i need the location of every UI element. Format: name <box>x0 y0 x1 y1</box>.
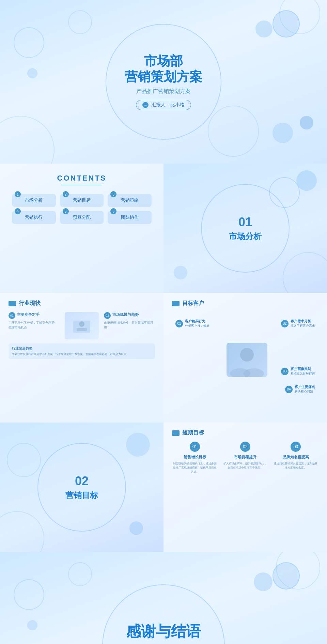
col2-text: 市场规模持续增长，新兴领域不断涌现 <box>104 321 155 330</box>
target-header-title: 短期目标 <box>182 429 204 436</box>
customer-content: 01 客户购买行为 分析客户行为偏好 02 客户需求分析 深入了解客户需求 03… <box>172 312 318 408</box>
item-num-6: 6 <box>110 208 116 214</box>
target-num-1: 01 <box>190 442 200 452</box>
contents-item-6: 6 团队协作 <box>108 211 152 224</box>
section02-num: 02 <box>75 474 89 488</box>
contents-item-5: 5 预算分配 <box>60 211 104 224</box>
target-header: 短期目标 <box>172 429 318 436</box>
slide-analysis-row: 行业现状 01 主要竞争对手 主要竞争对手分析，了解竞争态势，把握市场机会 0 <box>0 293 327 423</box>
industry-image <box>65 312 99 339</box>
target-item-1: 01 销售增长目标 制定明确的销售增长计划，通过多渠道推广实现业绩突破，确保季度… <box>172 442 217 474</box>
contents-item-4: 4 营销执行 <box>12 211 56 224</box>
reporter-label: 汇报人：比小格 <box>151 102 185 108</box>
item-num-4: 4 <box>15 208 21 214</box>
contents-item-2: 2 营销目标 <box>60 194 104 207</box>
customer-node1: 01 客户购买行为 分析客户行为偏好 <box>175 319 209 328</box>
item-num-1: 1 <box>15 191 21 197</box>
industry-panel: 行业现状 01 主要竞争对手 主要竞争对手分析，了解竞争态势，把握市场机会 0 <box>0 293 164 423</box>
bottom-title: 行业发展趋势 <box>12 346 152 351</box>
section02-circle: 02 营销目标 <box>37 443 126 532</box>
customer-image <box>227 343 267 377</box>
contents-item-3: 3 营销策略 <box>108 194 152 207</box>
contents-panel: CONTENTS 1 市场分析 2 营销目标 3 营销策略 4 营销执行 5 预… <box>0 164 164 293</box>
item-label-5: 预算分配 <box>63 214 101 220</box>
col1-num: 01 <box>9 312 15 319</box>
reporter-badge: → 汇报人：比小格 <box>136 100 191 110</box>
node2-text: 深入了解客户需求 <box>291 324 315 328</box>
item-label-6: 团队协作 <box>110 214 149 220</box>
target-text-3: 通过精准营销和内容运营，提升品牌曝光度和知名度。 <box>273 462 318 470</box>
col1-title: 主要竞争对手 <box>17 312 40 317</box>
section02-panel: 02 营销目标 <box>0 423 164 552</box>
target-title-3: 品牌知名度提高 <box>273 455 318 460</box>
item-label-2: 营销目标 <box>63 197 101 203</box>
col1-text: 主要竞争对手分析，了解竞争态势，把握市场机会 <box>9 321 60 330</box>
section01-circle: 01 市场分析 <box>201 184 290 273</box>
node2-title: 客户需求分析 <box>291 319 315 324</box>
section02-name: 营销目标 <box>65 490 98 501</box>
target-num-2: 02 <box>240 442 250 452</box>
contents-grid: 1 市场分析 2 营销目标 3 营销策略 4 营销执行 5 预算分配 6 团队协… <box>12 194 152 224</box>
section01-num: 01 <box>238 215 252 229</box>
subtitle: 产品推广营销策划方案 <box>136 88 191 95</box>
slide-contents-row: CONTENTS 1 市场分析 2 营销目标 3 营销策略 4 营销执行 5 预… <box>0 164 327 293</box>
item-num-5: 5 <box>63 208 69 214</box>
bottom-text: 随着技术发展和市场需求不断变化，行业整体呈现出数字化、智能化的发展趋势，市场潜力… <box>12 352 152 356</box>
industry-bottom: 行业发展趋势 随着技术发展和市场需求不断变化，行业整体呈现出数字化、智能化的发展… <box>9 343 155 359</box>
target-item-3: 03 品牌知名度提高 通过精准营销和内容运营，提升品牌曝光度和知名度。 <box>273 442 318 474</box>
industry-header-icon <box>9 301 16 306</box>
target-text-2: 扩大市场占有率，提升品牌影响力，在目标市场中取得竞争优势。 <box>222 462 268 470</box>
contents-item-1: 1 市场分析 <box>12 194 56 207</box>
item-label-4: 营销执行 <box>15 214 53 220</box>
svg-point-4 <box>240 348 254 362</box>
industry-col2: 02 市场规模与趋势 市场规模持续增长，新兴领域不断涌现 <box>104 312 155 330</box>
target-panel: 短期目标 01 销售增长目标 制定明确的销售增长计划，通过多渠道推广实现业绩突破… <box>164 423 327 552</box>
customer-node4: 04 客户主要痛点 解决核心问题 <box>285 385 315 394</box>
node3-title: 客户画像类别 <box>291 367 315 371</box>
main-title-line1: 市场部 <box>144 53 183 69</box>
target-header-icon <box>172 430 180 436</box>
item-num-3: 3 <box>110 191 116 197</box>
col2-num: 02 <box>104 312 111 319</box>
target-title-1: 销售增长目标 <box>172 455 217 460</box>
node4-title: 客户主要痛点 <box>295 385 315 389</box>
target-title-2: 市场份额提升 <box>222 455 268 460</box>
target-items: 01 销售增长目标 制定明确的销售增长计划，通过多渠道推广实现业绩突破，确保季度… <box>172 442 318 474</box>
industry-col1: 01 主要竞争对手 主要竞争对手分析，了解竞争态势，把握市场机会 <box>9 312 60 330</box>
thankyou-title: 感谢与结语 <box>126 622 201 642</box>
arrow-icon: → <box>142 102 149 108</box>
customer-header-icon <box>172 301 180 306</box>
customer-title: 目标客户 <box>182 300 204 307</box>
section01-panel: 01 市场分析 <box>164 164 327 293</box>
customer-panel: 目标客户 01 客户购买行为 分析客户行为偏好 0 <box>164 293 327 423</box>
slide-target-row: 02 营销目标 短期目标 01 销售增长目标 制定明确的销售增长计划，通过多渠道… <box>0 423 327 552</box>
svg-rect-2 <box>77 328 87 331</box>
target-num-3: 03 <box>291 442 301 452</box>
title-circle: 市场部 营销策划方案 产品推广营销策划方案 → 汇报人：比小格 <box>106 24 221 140</box>
node1-title: 客户购买行为 <box>185 319 209 324</box>
customer-node2: 02 客户需求分析 深入了解客户需求 <box>281 319 315 328</box>
industry-content: 01 主要竞争对手 主要竞争对手分析，了解竞争态势，把握市场机会 02 市场规模… <box>9 312 155 339</box>
item-label-3: 营销策略 <box>110 197 149 203</box>
industry-header: 行业现状 <box>9 300 155 307</box>
slide-thankyou: 感谢与结语 谢谢大家的观看 → 汇报人：比小格 <box>0 552 327 644</box>
thankyou-circle: 感谢与结语 谢谢大家的观看 → 汇报人：比小格 <box>102 584 225 644</box>
node3-text: 精准定义目标群体 <box>291 371 315 376</box>
svg-point-1 <box>79 321 84 327</box>
slide-title: 市场部 营销策划方案 产品推广营销策划方案 → 汇报人：比小格 <box>0 0 327 164</box>
contents-underline <box>61 185 102 185</box>
node1-text: 分析客户行为偏好 <box>185 324 209 328</box>
node4-text: 解决核心问题 <box>295 389 315 394</box>
customer-header: 目标客户 <box>172 300 318 307</box>
target-text-1: 制定明确的销售增长计划，通过多渠道推广实现业绩突破，确保季度目标达成。 <box>172 462 217 474</box>
customer-node3: 03 客户画像类别 精准定义目标群体 <box>281 367 315 376</box>
contents-title: CONTENTS <box>12 174 152 183</box>
target-item-2: 02 市场份额提升 扩大市场占有率，提升品牌影响力，在目标市场中取得竞争优势。 <box>222 442 268 474</box>
col2-title: 市场规模与趋势 <box>112 312 139 317</box>
item-label-1: 市场分析 <box>15 197 53 203</box>
main-title-line2: 营销策划方案 <box>125 69 202 85</box>
industry-title: 行业现状 <box>19 300 41 307</box>
section01-name: 市场分析 <box>229 231 262 242</box>
item-num-2: 2 <box>63 191 69 197</box>
